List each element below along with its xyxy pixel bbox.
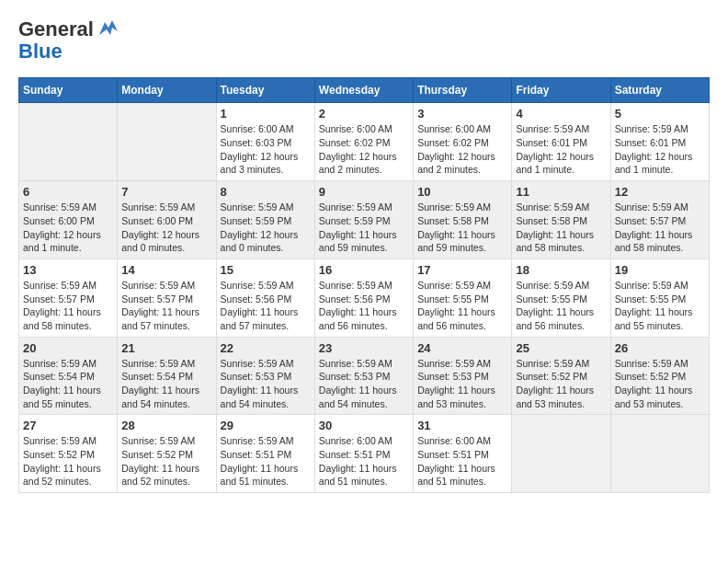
- calendar-cell: 14Sunrise: 5:59 AM Sunset: 5:57 PM Dayli…: [118, 259, 216, 337]
- calendar-body: 1Sunrise: 6:00 AM Sunset: 6:03 PM Daylig…: [19, 103, 710, 493]
- logo-text: General Blue: [18, 18, 121, 63]
- day-number: 17: [417, 263, 507, 277]
- calendar-cell: 31Sunrise: 6:00 AM Sunset: 5:51 PM Dayli…: [414, 415, 512, 493]
- day-info: Sunrise: 5:59 AM Sunset: 5:55 PM Dayligh…: [615, 279, 705, 333]
- calendar-cell: 7Sunrise: 5:59 AM Sunset: 6:00 PM Daylig…: [118, 181, 216, 259]
- day-number: 15: [221, 263, 311, 277]
- day-number: 23: [319, 341, 409, 355]
- day-number: 8: [221, 185, 311, 199]
- calendar-cell: 19Sunrise: 5:59 AM Sunset: 5:55 PM Dayli…: [610, 259, 709, 337]
- day-number: 3: [417, 107, 507, 121]
- day-number: 26: [615, 341, 705, 355]
- day-info: Sunrise: 5:59 AM Sunset: 6:00 PM Dayligh…: [23, 201, 113, 255]
- day-number: 21: [121, 341, 211, 355]
- calendar-week-row: 20Sunrise: 5:59 AM Sunset: 5:54 PM Dayli…: [19, 337, 710, 415]
- day-info: Sunrise: 5:59 AM Sunset: 6:00 PM Dayligh…: [121, 201, 211, 255]
- logo-blue: Blue: [18, 40, 63, 63]
- day-number: 12: [615, 185, 705, 199]
- day-info: Sunrise: 5:59 AM Sunset: 5:55 PM Dayligh…: [417, 279, 507, 333]
- day-number: 27: [23, 419, 113, 432]
- day-info: Sunrise: 6:00 AM Sunset: 6:02 PM Dayligh…: [319, 122, 409, 177]
- calendar-cell: 24Sunrise: 5:59 AM Sunset: 5:53 PM Dayli…: [414, 337, 512, 415]
- calendar-cell: 5Sunrise: 5:59 AM Sunset: 6:01 PM Daylig…: [610, 103, 709, 181]
- day-info: Sunrise: 5:59 AM Sunset: 5:54 PM Dayligh…: [121, 357, 211, 411]
- day-number: 1: [221, 107, 311, 121]
- calendar-cell: 1Sunrise: 6:00 AM Sunset: 6:03 PM Daylig…: [216, 103, 314, 181]
- calendar-cell: 23Sunrise: 5:59 AM Sunset: 5:53 PM Dayli…: [314, 337, 413, 415]
- calendar-cell: 10Sunrise: 5:59 AM Sunset: 5:58 PM Dayli…: [414, 181, 512, 259]
- calendar-cell: 2Sunrise: 6:00 AM Sunset: 6:02 PM Daylig…: [314, 103, 413, 181]
- day-number: 16: [319, 263, 409, 277]
- calendar-cell: [19, 103, 118, 181]
- day-number: 20: [23, 341, 113, 355]
- day-number: 10: [417, 185, 507, 199]
- day-number: 9: [319, 185, 409, 199]
- day-number: 28: [121, 419, 211, 432]
- calendar-week-row: 1Sunrise: 6:00 AM Sunset: 6:03 PM Daylig…: [19, 103, 710, 181]
- day-number: 13: [23, 263, 113, 277]
- calendar-header-sunday: Sunday: [19, 78, 118, 103]
- calendar-cell: 12Sunrise: 5:59 AM Sunset: 5:57 PM Dayli…: [610, 181, 709, 259]
- calendar-week-row: 13Sunrise: 5:59 AM Sunset: 5:57 PM Dayli…: [19, 259, 710, 337]
- calendar-cell: 4Sunrise: 5:59 AM Sunset: 6:01 PM Daylig…: [512, 103, 610, 181]
- calendar-cell: 15Sunrise: 5:59 AM Sunset: 5:56 PM Dayli…: [216, 259, 314, 337]
- day-info: Sunrise: 5:59 AM Sunset: 5:58 PM Dayligh…: [417, 201, 507, 255]
- day-number: 14: [121, 263, 211, 277]
- day-number: 6: [23, 185, 113, 199]
- day-number: 31: [417, 419, 507, 432]
- logo-general: General: [18, 18, 94, 40]
- day-info: Sunrise: 5:59 AM Sunset: 5:52 PM Dayligh…: [615, 357, 705, 411]
- day-info: Sunrise: 5:59 AM Sunset: 6:01 PM Dayligh…: [615, 122, 705, 177]
- day-number: 11: [516, 185, 606, 199]
- calendar-cell: 8Sunrise: 5:59 AM Sunset: 5:59 PM Daylig…: [216, 181, 314, 259]
- calendar-week-row: 27Sunrise: 5:59 AM Sunset: 5:52 PM Dayli…: [19, 415, 710, 493]
- day-number: 24: [417, 341, 507, 355]
- day-number: 19: [615, 263, 705, 277]
- calendar-cell: [610, 415, 709, 493]
- day-info: Sunrise: 6:00 AM Sunset: 5:51 PM Dayligh…: [319, 434, 409, 488]
- calendar-cell: 25Sunrise: 5:59 AM Sunset: 5:52 PM Dayli…: [512, 337, 610, 415]
- calendar-cell: 20Sunrise: 5:59 AM Sunset: 5:54 PM Dayli…: [19, 337, 118, 415]
- day-info: Sunrise: 5:59 AM Sunset: 5:57 PM Dayligh…: [23, 279, 113, 333]
- page-header: General Blue: [18, 18, 710, 63]
- calendar-header-saturday: Saturday: [610, 78, 709, 103]
- calendar-cell: 29Sunrise: 5:59 AM Sunset: 5:51 PM Dayli…: [216, 415, 314, 493]
- day-info: Sunrise: 5:59 AM Sunset: 5:51 PM Dayligh…: [221, 434, 311, 488]
- day-number: 5: [615, 107, 705, 121]
- calendar-cell: 28Sunrise: 5:59 AM Sunset: 5:52 PM Dayli…: [118, 415, 216, 493]
- day-info: Sunrise: 5:59 AM Sunset: 5:53 PM Dayligh…: [319, 357, 409, 411]
- day-number: 22: [221, 341, 311, 355]
- logo-bird-icon: [96, 18, 121, 39]
- calendar-cell: 3Sunrise: 6:00 AM Sunset: 6:02 PM Daylig…: [414, 103, 512, 181]
- day-info: Sunrise: 5:59 AM Sunset: 5:59 PM Dayligh…: [319, 201, 409, 255]
- day-info: Sunrise: 5:59 AM Sunset: 5:55 PM Dayligh…: [516, 279, 606, 333]
- day-info: Sunrise: 6:00 AM Sunset: 6:03 PM Dayligh…: [221, 122, 311, 177]
- calendar-table: SundayMondayTuesdayWednesdayThursdayFrid…: [18, 77, 710, 493]
- calendar-header-wednesday: Wednesday: [314, 78, 413, 103]
- day-info: Sunrise: 5:59 AM Sunset: 5:54 PM Dayligh…: [23, 357, 113, 411]
- day-info: Sunrise: 5:59 AM Sunset: 6:01 PM Dayligh…: [516, 122, 606, 177]
- day-info: Sunrise: 5:59 AM Sunset: 5:57 PM Dayligh…: [121, 279, 211, 333]
- calendar-cell: 9Sunrise: 5:59 AM Sunset: 5:59 PM Daylig…: [314, 181, 413, 259]
- calendar-cell: 18Sunrise: 5:59 AM Sunset: 5:55 PM Dayli…: [512, 259, 610, 337]
- day-info: Sunrise: 5:59 AM Sunset: 5:53 PM Dayligh…: [221, 357, 311, 411]
- calendar-cell: 11Sunrise: 5:59 AM Sunset: 5:58 PM Dayli…: [512, 181, 610, 259]
- calendar-header-thursday: Thursday: [414, 78, 512, 103]
- day-number: 18: [516, 263, 606, 277]
- calendar-week-row: 6Sunrise: 5:59 AM Sunset: 6:00 PM Daylig…: [19, 181, 710, 259]
- calendar-cell: 16Sunrise: 5:59 AM Sunset: 5:56 PM Dayli…: [314, 259, 413, 337]
- calendar-cell: [512, 415, 610, 493]
- day-info: Sunrise: 5:59 AM Sunset: 5:56 PM Dayligh…: [319, 279, 409, 333]
- day-number: 2: [319, 107, 409, 121]
- calendar-header-friday: Friday: [512, 78, 610, 103]
- day-number: 30: [319, 419, 409, 432]
- calendar-cell: [118, 103, 216, 181]
- day-info: Sunrise: 5:59 AM Sunset: 5:53 PM Dayligh…: [417, 357, 507, 411]
- logo: General Blue: [18, 18, 121, 63]
- day-number: 25: [516, 341, 606, 355]
- calendar-cell: 6Sunrise: 5:59 AM Sunset: 6:00 PM Daylig…: [19, 181, 118, 259]
- day-info: Sunrise: 5:59 AM Sunset: 5:58 PM Dayligh…: [516, 201, 606, 255]
- calendar-header-tuesday: Tuesday: [216, 78, 314, 103]
- day-info: Sunrise: 5:59 AM Sunset: 5:57 PM Dayligh…: [615, 201, 705, 255]
- day-number: 29: [221, 419, 311, 432]
